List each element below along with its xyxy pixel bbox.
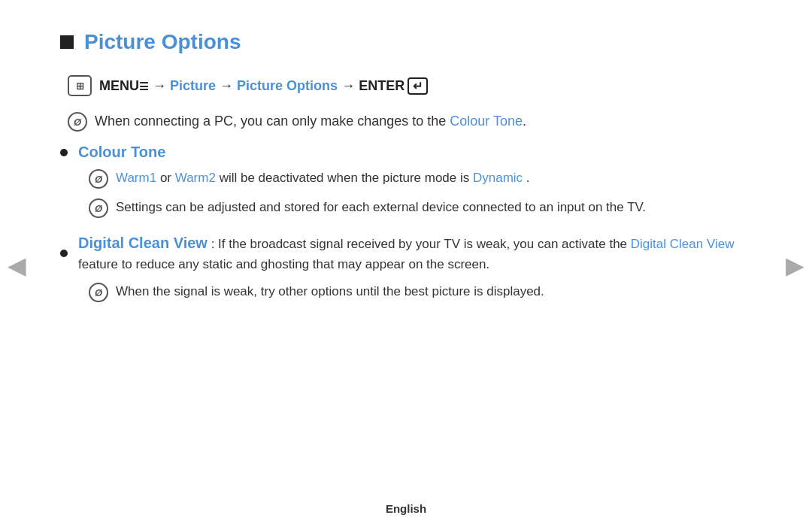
digital-clean-view-inline2: feature to reduce any static and ghostin… <box>78 257 489 271</box>
main-note-row: Ø When connecting a PC, you can only mak… <box>68 111 752 132</box>
footer-text: English <box>386 502 426 515</box>
bullet-content-1: Ø Warm1 or Warm2 will be deactivated whe… <box>78 168 752 218</box>
menu-label: MENU <box>99 78 139 93</box>
sub-note-text-1-2: Settings can be adjusted and stored for … <box>116 198 646 217</box>
bullet-section-digital-clean-view: Digital Clean View : If the broadcast si… <box>60 232 752 302</box>
menu-path-text: MENU☰ → Picture → Picture Options → ENTE… <box>99 77 428 95</box>
bullet-inline-text-2: Digital Clean View : If the broadcast si… <box>78 232 752 274</box>
note-icon-2-1: Ø <box>89 283 108 302</box>
warm2-highlight: Warm2 <box>175 171 216 185</box>
main-note-text: When connecting a PC, you can only make … <box>95 111 526 132</box>
bullet-dot-2 <box>60 250 68 257</box>
sub-note-row-2-1: Ø When the signal is weak, try other opt… <box>89 282 752 302</box>
period-1: . <box>526 171 530 185</box>
main-note-prefix: When connecting a PC, you can only make … <box>95 114 450 129</box>
digital-clean-view-highlight: Digital Clean View <box>631 237 735 251</box>
title-square-icon <box>60 35 74 49</box>
nav-arrow-left[interactable]: ◀ <box>8 251 26 280</box>
enter-icon: ↵ <box>408 77 428 95</box>
note-icon-1-2: Ø <box>89 198 108 218</box>
note-icon-1-1: Ø <box>89 169 108 189</box>
menu-arrow3: → <box>341 78 359 93</box>
sub-note-text-2-1: When the signal is weak, try other optio… <box>116 282 544 301</box>
note-icon-main: Ø <box>68 112 87 132</box>
sub-note-row-1-1: Ø Warm1 or Warm2 will be deactivated whe… <box>89 168 752 189</box>
page-container: ◀ ▶ Picture Options ⊞ MENU☰ → Picture → … <box>0 0 812 530</box>
or-text: or <box>160 171 175 185</box>
menu-item2: Picture Options <box>237 78 338 93</box>
bullet-title-row-1: Colour Tone <box>60 144 752 161</box>
digital-clean-view-inline: : If the broadcast signal received by yo… <box>211 237 631 251</box>
page-footer: English <box>0 502 812 515</box>
menu-arrow1: → <box>153 78 170 93</box>
bullet-title-1: Colour Tone <box>78 144 165 161</box>
bullet-dot-1 <box>60 149 68 156</box>
page-title: Picture Options <box>84 30 241 54</box>
bullet-section-colour-tone: Colour Tone Ø Warm1 or Warm2 will be dea… <box>60 144 752 218</box>
digital-clean-view-title: Digital Clean View <box>78 235 208 251</box>
bullet-title-row-2: Digital Clean View : If the broadcast si… <box>60 232 752 274</box>
warm1-highlight: Warm1 <box>116 171 156 185</box>
main-note-period: . <box>523 114 526 129</box>
sub-note-row-1-2: Ø Settings can be adjusted and stored fo… <box>89 198 752 218</box>
nav-arrow-right[interactable]: ▶ <box>786 251 804 280</box>
menu-arrow2: → <box>220 78 237 93</box>
menu-path-row: ⊞ MENU☰ → Picture → Picture Options → EN… <box>68 75 752 96</box>
dynamic-highlight: Dynamic <box>473 171 523 185</box>
bullet-content-2: Ø When the signal is weak, try other opt… <box>78 282 752 302</box>
main-note-highlight: Colour Tone <box>450 114 523 129</box>
sub-note-text-1-1: Warm1 or Warm2 will be deactivated when … <box>116 168 530 188</box>
title-row: Picture Options <box>60 30 752 54</box>
menu-icon: ⊞ <box>68 75 92 96</box>
enter-label: ENTER <box>359 78 404 93</box>
will-be-text: will be deactivated when the picture mod… <box>220 171 473 185</box>
menu-item1: Picture <box>170 78 216 93</box>
